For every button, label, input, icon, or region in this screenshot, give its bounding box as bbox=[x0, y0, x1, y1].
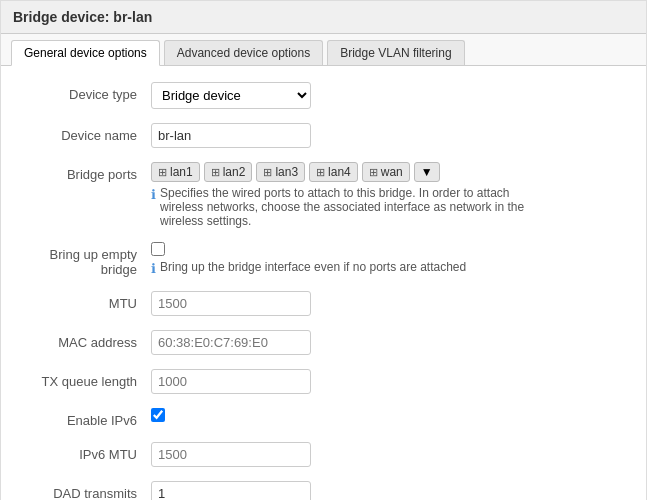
bring-up-checkbox[interactable] bbox=[151, 242, 165, 256]
page-title: Bridge device: br-lan bbox=[1, 1, 646, 34]
ipv6-row: Enable IPv6 bbox=[21, 408, 626, 428]
port-label-lan1: lan1 bbox=[170, 165, 193, 179]
mac-row: MAC address bbox=[21, 330, 626, 355]
port-icon-lan1: ⊞ bbox=[158, 166, 167, 179]
device-name-input[interactable] bbox=[151, 123, 311, 148]
ipv6-label: Enable IPv6 bbox=[21, 408, 151, 428]
tx-label: TX queue length bbox=[21, 369, 151, 389]
bring-up-row: Bring up empty bridge ℹ Bring up the bri… bbox=[21, 242, 626, 277]
device-type-select[interactable]: Bridge device bbox=[151, 82, 311, 109]
device-type-control: Bridge device bbox=[151, 82, 626, 109]
dad-label: DAD transmits bbox=[21, 481, 151, 500]
port-icon-lan2: ⊞ bbox=[211, 166, 220, 179]
ipv6-checkbox[interactable] bbox=[151, 408, 165, 422]
dad-input[interactable] bbox=[151, 481, 311, 500]
device-name-label: Device name bbox=[21, 123, 151, 143]
bridge-ports-row: Bridge ports ⊞ lan1 ⊞ lan2 ⊞ la bbox=[21, 162, 626, 228]
tab-vlan[interactable]: Bridge VLAN filtering bbox=[327, 40, 464, 65]
ipv6-mtu-input[interactable] bbox=[151, 442, 311, 467]
tx-control bbox=[151, 369, 626, 394]
device-name-control bbox=[151, 123, 626, 148]
port-more-button[interactable]: ▼ bbox=[414, 162, 440, 182]
bridge-ports-help-text: Specifies the wired ports to attach to t… bbox=[160, 186, 531, 228]
device-type-label: Device type bbox=[21, 82, 151, 102]
bridge-ports-control: ⊞ lan1 ⊞ lan2 ⊞ lan3 ⊞ l bbox=[151, 162, 626, 228]
device-type-row: Device type Bridge device bbox=[21, 82, 626, 109]
mac-control bbox=[151, 330, 626, 355]
ipv6-mtu-control bbox=[151, 442, 626, 467]
tx-row: TX queue length bbox=[21, 369, 626, 394]
bridge-ports-label: Bridge ports bbox=[21, 162, 151, 182]
bring-up-help: ℹ Bring up the bridge interface even if … bbox=[151, 260, 531, 276]
tab-advanced[interactable]: Advanced device options bbox=[164, 40, 323, 65]
bring-up-help-text: Bring up the bridge interface even if no… bbox=[160, 260, 466, 274]
port-label-lan2: lan2 bbox=[223, 165, 246, 179]
mtu-label: MTU bbox=[21, 291, 151, 311]
bring-up-control: ℹ Bring up the bridge interface even if … bbox=[151, 242, 626, 276]
port-tag-lan2[interactable]: ⊞ lan2 bbox=[204, 162, 253, 182]
bring-up-help-icon: ℹ bbox=[151, 261, 156, 276]
tx-input[interactable] bbox=[151, 369, 311, 394]
port-label-lan4: lan4 bbox=[328, 165, 351, 179]
port-icon-wan: ⊞ bbox=[369, 166, 378, 179]
port-tag-wan[interactable]: ⊞ wan bbox=[362, 162, 410, 182]
mtu-input[interactable] bbox=[151, 291, 311, 316]
mtu-row: MTU bbox=[21, 291, 626, 316]
port-tag-lan4[interactable]: ⊞ lan4 bbox=[309, 162, 358, 182]
port-icon-lan4: ⊞ bbox=[316, 166, 325, 179]
tabs-container: General device options Advanced device o… bbox=[1, 34, 646, 66]
port-tag-lan3[interactable]: ⊞ lan3 bbox=[256, 162, 305, 182]
bring-up-label: Bring up empty bridge bbox=[21, 242, 151, 277]
port-tag-lan1[interactable]: ⊞ lan1 bbox=[151, 162, 200, 182]
mac-input[interactable] bbox=[151, 330, 311, 355]
tab-general[interactable]: General device options bbox=[11, 40, 160, 66]
dad-control: ℹ Amount of Duplicate Address Detection … bbox=[151, 481, 626, 500]
ipv6-mtu-row: IPv6 MTU bbox=[21, 442, 626, 467]
device-name-row: Device name bbox=[21, 123, 626, 148]
bridge-ports-help: ℹ Specifies the wired ports to attach to… bbox=[151, 186, 531, 228]
port-label-wan: wan bbox=[381, 165, 403, 179]
dad-row: DAD transmits ℹ Amount of Duplicate Addr… bbox=[21, 481, 626, 500]
mac-label: MAC address bbox=[21, 330, 151, 350]
port-label-lan3: lan3 bbox=[275, 165, 298, 179]
ipv6-control bbox=[151, 408, 626, 425]
bridge-ports-help-icon: ℹ bbox=[151, 187, 156, 202]
port-icon-lan3: ⊞ bbox=[263, 166, 272, 179]
ipv6-mtu-label: IPv6 MTU bbox=[21, 442, 151, 462]
bridge-ports-wrapper: ⊞ lan1 ⊞ lan2 ⊞ lan3 ⊞ l bbox=[151, 162, 626, 182]
bring-up-checkbox-row bbox=[151, 242, 626, 256]
mtu-control bbox=[151, 291, 626, 316]
form-area: Device type Bridge device Device name Br… bbox=[1, 66, 646, 500]
